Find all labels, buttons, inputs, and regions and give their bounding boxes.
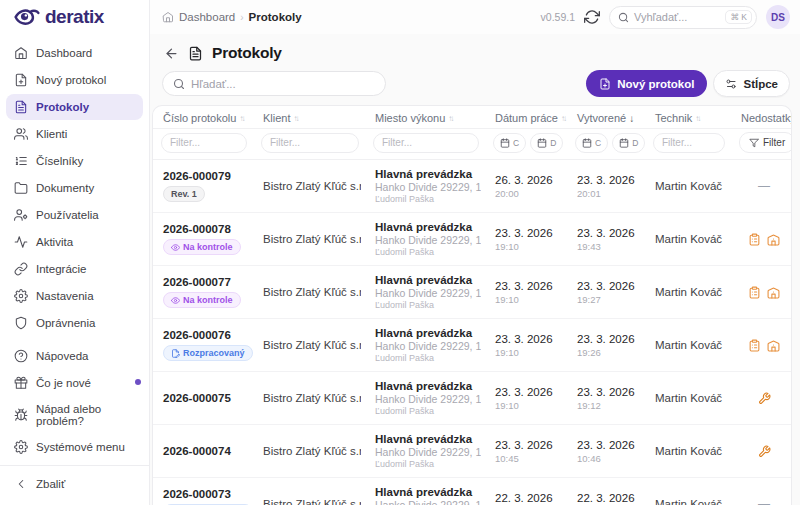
filter-input[interactable] xyxy=(373,133,479,153)
created-time: 20:01 xyxy=(577,188,641,199)
sidebar-footer-item-settings[interactable]: Systémové menu xyxy=(6,434,143,460)
list-ordered-icon xyxy=(14,154,28,168)
filter-cell-7: Filter xyxy=(731,129,791,159)
column-label: Technik xyxy=(655,112,692,124)
columns-button[interactable]: Stĺpce xyxy=(713,70,790,97)
table-row[interactable]: 2026-000075 Bistro Zlatý Kľúč s.r.o. Hla… xyxy=(153,372,791,425)
protocol-number: 2026-000077 xyxy=(163,276,249,288)
sidebar-item-file-text[interactable]: Protokoly xyxy=(6,94,143,120)
deficiencies-cell xyxy=(731,266,791,318)
no-deficiencies-dash: — xyxy=(758,179,770,193)
sort-icon: ↑↓ xyxy=(695,114,699,123)
protocol-number: 2026-000074 xyxy=(163,445,249,457)
sidebar-item-file-plus[interactable]: Nový protokol xyxy=(6,67,143,93)
sidebar-item-link[interactable]: Integrácie xyxy=(6,256,143,282)
sidebar-footer-label: Nápoveda xyxy=(36,350,88,362)
table-row[interactable]: 2026-000078Na kontrole Bistro Zlatý Kľúč… xyxy=(153,213,791,266)
place-name: Hlavná prevádzka xyxy=(375,221,481,233)
work-date: 26. 3. 2026 xyxy=(495,174,563,186)
filter-cell-6 xyxy=(645,129,731,159)
column-header-4[interactable]: Dátum práce↑↓ xyxy=(485,106,567,128)
calendar-icon xyxy=(500,138,510,148)
column-header-2[interactable]: Klient↑↓ xyxy=(253,106,365,128)
home-icon xyxy=(162,11,174,23)
table-row[interactable]: 2026-000074 Bistro Zlatý Kľúč s.r.o. Hla… xyxy=(153,425,791,478)
breadcrumb-current[interactable]: Protokoly xyxy=(249,11,302,23)
settings-icon xyxy=(14,289,28,303)
table-row[interactable]: 2026-000076Rozpracovaný Bistro Zlatý Kľú… xyxy=(153,319,791,372)
columns-label: Stĺpce xyxy=(743,78,778,90)
column-header-3[interactable]: Miesto výkonu↑↓ xyxy=(365,106,485,128)
avatar[interactable]: DS xyxy=(766,5,790,29)
back-arrow-icon[interactable] xyxy=(164,46,179,61)
filter-input[interactable] xyxy=(653,133,725,153)
search-icon xyxy=(173,78,185,90)
sidebar-item-label: Dashboard xyxy=(36,47,92,59)
collapse-sidebar-button[interactable]: Zbaliť xyxy=(6,471,143,497)
new-protocol-button[interactable]: Nový protokol xyxy=(586,70,707,97)
sidebar-footer-label: Systémové menu xyxy=(36,441,125,453)
work-date: 23. 3. 2026 xyxy=(495,280,563,292)
main-area: Dashboard › Protokoly v0.59.1 Vyhľadať..… xyxy=(150,0,800,505)
sidebar-item-label: Oprávnenia xyxy=(36,317,95,329)
sidebar-item-list-ordered[interactable]: Číselníky xyxy=(6,148,143,174)
created-date: 23. 3. 2026 xyxy=(577,174,641,186)
global-search-input[interactable]: Vyhľadať... ⌘ K xyxy=(609,6,757,29)
column-header-6[interactable]: Technik↑↓ xyxy=(645,106,731,128)
sidebar-footer-item-help-circle[interactable]: Nápoveda xyxy=(6,343,143,369)
table-row[interactable]: 2026-000077Na kontrole Bistro Zlatý Kľúč… xyxy=(153,266,791,319)
sidebar-item-settings[interactable]: Nastavenia xyxy=(6,283,143,309)
filter-input[interactable] xyxy=(161,133,247,153)
deratix-eye-logo-icon xyxy=(14,8,40,26)
client-name: Bistro Zlatý Kľúč s.r.o. xyxy=(263,286,361,298)
client-name: Bistro Zlatý Kľúč s.r.o. xyxy=(263,445,361,457)
breadcrumb-dashboard[interactable]: Dashboard xyxy=(179,11,235,23)
date-filter-button-d[interactable]: D xyxy=(612,133,645,153)
link-icon xyxy=(14,262,28,276)
brand-logo[interactable]: deratix xyxy=(0,0,149,34)
filter-input[interactable] xyxy=(261,133,359,153)
sidebar-item-home[interactable]: Dashboard xyxy=(6,40,143,66)
place-contact: Ľudomil Paška xyxy=(375,353,481,363)
column-label: Nedostatky xyxy=(741,112,791,124)
sidebar-item-label: Dokumenty xyxy=(36,182,94,194)
sidebar-item-activity[interactable]: Aktivita xyxy=(6,229,143,255)
sidebar-item-folder[interactable]: Dokumenty xyxy=(6,175,143,201)
column-header-1[interactable]: Číslo protokolu↑↓ xyxy=(153,106,253,128)
sidebar-item-user-cog[interactable]: Používatelia xyxy=(6,202,143,228)
table-search-placeholder: Hľadať... xyxy=(191,78,236,90)
chevron-left-icon xyxy=(14,477,28,491)
created-time: 19:27 xyxy=(577,294,641,305)
column-header-5[interactable]: Vytvorené↓ xyxy=(567,106,645,128)
work-time: 19:10 xyxy=(495,400,563,411)
refresh-icon[interactable] xyxy=(584,9,600,25)
sort-icon: ↑↓ xyxy=(561,114,565,123)
date-filter-button-c[interactable]: C xyxy=(493,133,526,153)
date-filter-button-d[interactable]: D xyxy=(530,133,563,153)
column-label: Vytvorené xyxy=(577,112,626,124)
place-name: Hlavná prevádzka xyxy=(375,327,481,339)
table-row[interactable]: 2026-000079Rev. 1 Bistro Zlatý Kľúč s.r.… xyxy=(153,160,791,213)
deficiency-filter-button[interactable]: Filter xyxy=(739,132,791,153)
deficiencies-cell: — xyxy=(731,478,791,505)
sidebar-item-shield[interactable]: Oprávnenia xyxy=(6,310,143,336)
technician-name: Martin Kováč xyxy=(655,392,727,404)
technician-name: Martin Kováč xyxy=(655,286,727,298)
sidebar-footer-item-bug[interactable]: Nápad alebo problém? xyxy=(6,397,143,433)
created-time: 19:26 xyxy=(577,347,641,358)
app-version: v0.59.1 xyxy=(541,11,575,23)
table-search-input[interactable]: Hľadať... xyxy=(162,71,386,96)
created-date: 23. 3. 2026 xyxy=(577,386,641,398)
activity-icon xyxy=(14,235,28,249)
date-filter-button-c[interactable]: C xyxy=(575,133,608,153)
table-row[interactable]: 2026-000073Rozpracovaný Bistro Zlatý Kľú… xyxy=(153,478,791,505)
place-address: Hanko Divide 29229, 127 83 ... xyxy=(375,393,481,405)
column-header-7: Nedostatky xyxy=(731,106,791,128)
sidebar-footer-item-gift[interactable]: Čo je nové xyxy=(6,370,143,396)
place-name: Hlavná prevádzka xyxy=(375,486,481,498)
sort-desc-icon: ↓ xyxy=(629,113,634,124)
sidebar-item-label: Nový protokol xyxy=(36,74,106,86)
sidebar-item-users[interactable]: Klienti xyxy=(6,121,143,147)
page-head: Protokoly xyxy=(150,34,800,68)
created-date: 23. 3. 2026 xyxy=(577,333,641,345)
